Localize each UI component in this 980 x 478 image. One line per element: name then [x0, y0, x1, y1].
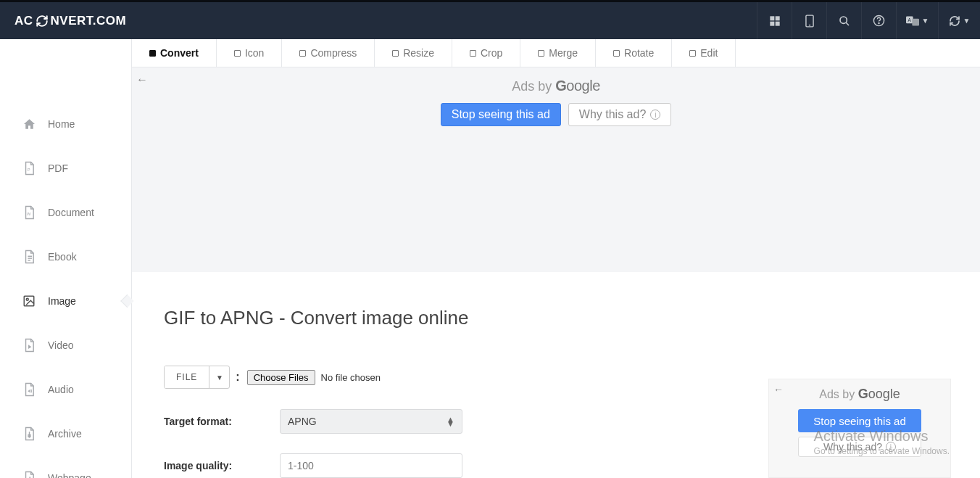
google-logo-text: Google	[555, 78, 600, 94]
grid-button[interactable]	[757, 2, 792, 39]
tab-rotate[interactable]: Rotate	[596, 39, 672, 67]
webpage-icon	[22, 471, 36, 479]
select-updown-icon: ▲▼	[447, 417, 454, 426]
sidebar-item-label: Video	[48, 339, 74, 351]
side-ad: ← Ads by Google Stop seeing this ad Why …	[768, 379, 951, 478]
file-chosen-text: No file chosen	[321, 372, 381, 383]
tab-icon[interactable]: Icon	[217, 39, 282, 67]
sidebar-item-pdf[interactable]: P PDF	[0, 146, 131, 190]
file-source-button[interactable]: FILE	[165, 366, 209, 388]
svg-rect-18	[24, 296, 34, 306]
sidebar-item-label: Ebook	[48, 251, 77, 263]
why-ad-button[interactable]: Why this ad?i	[798, 437, 921, 457]
sidebar-item-image[interactable]: Image	[0, 279, 131, 323]
tab-label: Edit	[700, 47, 718, 59]
file-source-dropdown[interactable]: FILE ▼	[164, 366, 230, 389]
help-button[interactable]	[861, 2, 896, 39]
tab-label: Resize	[403, 47, 434, 59]
sidebar-item-video[interactable]: Video	[0, 323, 131, 367]
stop-ad-button[interactable]: Stop seeing this ad	[441, 103, 561, 126]
sidebar-item-webpage[interactable]: Webpage	[0, 456, 131, 478]
mobile-icon	[805, 15, 815, 28]
image-icon	[22, 294, 36, 308]
svg-rect-3	[775, 21, 779, 25]
pdf-icon: P	[22, 161, 36, 176]
sidebar-item-label: Document	[48, 207, 94, 218]
svg-text:W: W	[26, 212, 30, 216]
sidebar-item-archive[interactable]: Archive	[0, 411, 131, 456]
sidebar-item-label: PDF	[48, 162, 68, 174]
tab-merge[interactable]: Merge	[520, 39, 596, 67]
help-icon	[873, 15, 885, 27]
sidebar-item-label: Webpage	[48, 472, 91, 479]
refresh-small-icon	[949, 15, 960, 27]
refresh-dropdown-button[interactable]: ▼	[938, 2, 980, 39]
logo-text-prefix: AC	[14, 14, 33, 28]
choose-files-button[interactable]: Choose Files	[247, 370, 315, 385]
sidebar-item-label: Archive	[48, 428, 82, 440]
image-quality-input[interactable]	[280, 453, 462, 478]
svg-rect-1	[775, 16, 779, 20]
target-format-select[interactable]: APNG ▲▼	[280, 409, 462, 434]
tab-resize[interactable]: Resize	[375, 39, 452, 67]
tab-compress[interactable]: Compress	[282, 39, 375, 67]
sidebar-item-label: Image	[48, 295, 76, 307]
svg-line-7	[846, 22, 849, 25]
tabs: Convert Icon Compress Resize Crop Merge …	[132, 39, 980, 67]
page-title: GIF to APNG - Convert image online	[164, 307, 948, 329]
tab-label: Icon	[245, 47, 264, 59]
ads-by-label: Ads by Google	[775, 387, 944, 402]
sidebar-item-audio[interactable]: Audio	[0, 367, 131, 411]
document-icon: W	[22, 205, 36, 220]
svg-point-6	[840, 17, 847, 23]
mobile-button[interactable]	[792, 2, 826, 39]
square-icon	[234, 50, 241, 57]
info-icon: i	[886, 442, 896, 452]
image-quality-label: Image quality:	[164, 460, 280, 471]
tab-edit[interactable]: Edit	[672, 39, 736, 67]
site-logo[interactable]: AC NVERT.COM	[0, 14, 126, 28]
tab-crop[interactable]: Crop	[452, 39, 520, 67]
ads-by-label: Ads by Google	[132, 78, 980, 94]
square-icon	[470, 50, 476, 57]
google-logo-text: Google	[858, 387, 900, 401]
tab-label: Merge	[549, 47, 578, 59]
sidebar-item-document[interactable]: W Document	[0, 190, 131, 234]
square-icon	[299, 50, 306, 57]
refresh-icon	[36, 15, 49, 28]
stop-ad-button[interactable]: Stop seeing this ad	[798, 409, 921, 432]
back-arrow-icon[interactable]: ←	[136, 73, 148, 86]
file-input[interactable]: Choose Files No file chosen	[247, 370, 381, 385]
archive-icon	[22, 427, 36, 441]
header: AC NVERT.COM A ▼ ▼	[0, 2, 980, 39]
sidebar: Home P PDF W Document Ebook Image Video …	[0, 39, 132, 478]
why-ad-button[interactable]: Why this ad?i	[568, 103, 671, 126]
sidebar-item-label: Audio	[48, 384, 74, 395]
back-arrow-icon[interactable]: ←	[773, 384, 784, 395]
label-colon: :	[236, 371, 239, 384]
tab-convert[interactable]: Convert	[132, 39, 217, 67]
search-button[interactable]	[826, 2, 861, 39]
square-icon	[613, 50, 620, 57]
caret-down-icon: ▼	[922, 17, 929, 25]
ad-banner: ← Ads by Google Stop seeing this ad Why …	[132, 67, 980, 272]
svg-rect-11	[912, 18, 919, 25]
target-format-label: Target format:	[164, 416, 280, 427]
logo-text-suffix: NVERT.COM	[51, 14, 127, 28]
square-icon	[689, 50, 696, 57]
language-button[interactable]: A ▼	[896, 2, 938, 39]
square-icon	[538, 50, 544, 57]
svg-text:P: P	[27, 168, 30, 172]
file-source-caret[interactable]: ▼	[209, 366, 229, 388]
svg-text:A: A	[908, 17, 911, 22]
svg-rect-2	[770, 21, 774, 25]
grid-icon	[769, 15, 781, 27]
target-format-value: APNG	[288, 416, 317, 427]
tab-label: Compress	[310, 47, 357, 59]
sidebar-item-ebook[interactable]: Ebook	[0, 234, 131, 279]
square-filled-icon	[149, 50, 156, 57]
svg-point-19	[26, 298, 28, 300]
home-icon	[22, 118, 36, 131]
tab-label: Convert	[160, 47, 199, 59]
sidebar-item-home[interactable]: Home	[0, 102, 131, 146]
